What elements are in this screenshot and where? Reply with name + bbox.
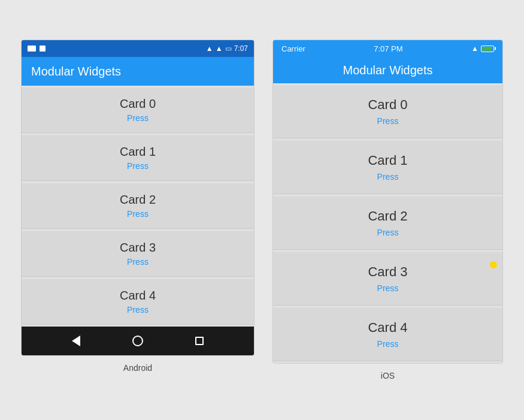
android-card-2[interactable]: Card 2 Press — [22, 183, 254, 229]
android-status-right: ▲ ▲ ▭ 7:07 — [206, 44, 248, 53]
android-card-3-title: Card 3 — [120, 241, 156, 255]
android-back-button[interactable] — [70, 335, 82, 347]
android-phone: ▲ ▲ ▭ 7:07 Modular Widgets Card 0 Press … — [21, 40, 255, 356]
ios-app-title: Modular Widgets — [343, 64, 432, 77]
android-card-0[interactable]: Card 0 Press — [22, 87, 254, 133]
ios-app-bar: Modular Widgets — [273, 57, 502, 83]
ios-time: 7:07 PM — [374, 44, 402, 53]
ios-status-bar: Carrier 7:07 PM ▲ — [273, 40, 502, 57]
ios-card-3-press[interactable]: Press — [377, 283, 399, 293]
ios-card-2-press[interactable]: Press — [377, 228, 399, 237]
back-triangle-icon — [72, 336, 80, 346]
android-status-icons — [28, 46, 46, 52]
android-card-2-press[interactable]: Press — [127, 209, 149, 219]
ios-card-0[interactable]: Card 0 Press — [273, 85, 502, 138]
android-status-bar: ▲ ▲ ▭ 7:07 — [22, 40, 254, 57]
ios-card-1-press[interactable]: Press — [377, 172, 399, 182]
android-recents-button[interactable] — [193, 335, 205, 347]
android-card-4-title: Card 4 — [120, 289, 156, 303]
android-signal-icon — [40, 46, 46, 52]
android-phone-wrapper: ▲ ▲ ▭ 7:07 Modular Widgets Card 0 Press … — [21, 40, 255, 373]
android-content: Card 0 Press Card 1 Press Card 2 Press C… — [22, 86, 254, 327]
ios-card-1[interactable]: Card 1 Press — [273, 141, 502, 194]
ios-carrier: Carrier — [281, 44, 305, 53]
android-card-0-title: Card 0 — [120, 97, 156, 111]
android-label: Android — [123, 363, 152, 373]
android-app-bar: Modular Widgets — [22, 57, 254, 86]
android-signal-bars: ▲ — [206, 44, 213, 53]
ios-card-1-title: Card 1 — [368, 153, 407, 168]
ios-battery-icon — [481, 46, 494, 52]
ios-card-4-title: Card 4 — [368, 320, 407, 336]
ios-card-0-title: Card 0 — [368, 97, 407, 113]
android-card-1-press[interactable]: Press — [127, 161, 149, 171]
ios-card-0-press[interactable]: Press — [377, 116, 399, 126]
ios-card-2[interactable]: Card 2 Press — [273, 197, 502, 250]
android-email-icon — [28, 46, 36, 52]
android-card-0-press[interactable]: Press — [127, 113, 149, 123]
android-time: 7:07 — [234, 44, 248, 53]
ios-card-4[interactable]: Card 4 Press — [273, 308, 502, 361]
ios-card-2-title: Card 2 — [368, 209, 407, 224]
ios-status-right: ▲ — [471, 44, 494, 53]
android-card-1-title: Card 1 — [120, 145, 156, 159]
ios-wifi-icon: ▲ — [471, 44, 478, 53]
android-app-title: Modular Widgets — [31, 65, 121, 78]
ios-battery-fill — [482, 47, 492, 51]
android-home-button[interactable] — [132, 335, 144, 347]
ios-phone-wrapper: Carrier 7:07 PM ▲ Modular Widgets Card 0… — [272, 40, 503, 380]
android-card-2-title: Card 2 — [120, 193, 156, 207]
android-battery-icon: ▭ — [225, 44, 232, 53]
yellow-dot-indicator — [490, 261, 497, 268]
home-circle-icon — [132, 336, 143, 346]
android-card-4-press[interactable]: Press — [127, 305, 149, 315]
android-card-4[interactable]: Card 4 Press — [22, 279, 254, 325]
android-card-3-press[interactable]: Press — [127, 257, 149, 267]
recents-square-icon — [195, 337, 204, 345]
ios-label: iOS — [381, 371, 395, 380]
ios-card-3[interactable]: Card 3 Press — [273, 252, 502, 306]
android-nav-bar — [22, 327, 254, 355]
ios-phone: Carrier 7:07 PM ▲ Modular Widgets Card 0… — [272, 40, 503, 364]
android-wifi-icon: ▲ — [216, 44, 223, 53]
android-card-1[interactable]: Card 1 Press — [22, 135, 254, 181]
ios-content: Card 0 Press Card 1 Press Card 2 Press C… — [273, 83, 502, 363]
android-card-3[interactable]: Card 3 Press — [22, 231, 254, 277]
ios-card-3-title: Card 3 — [368, 264, 407, 280]
ios-card-4-press[interactable]: Press — [377, 339, 399, 349]
